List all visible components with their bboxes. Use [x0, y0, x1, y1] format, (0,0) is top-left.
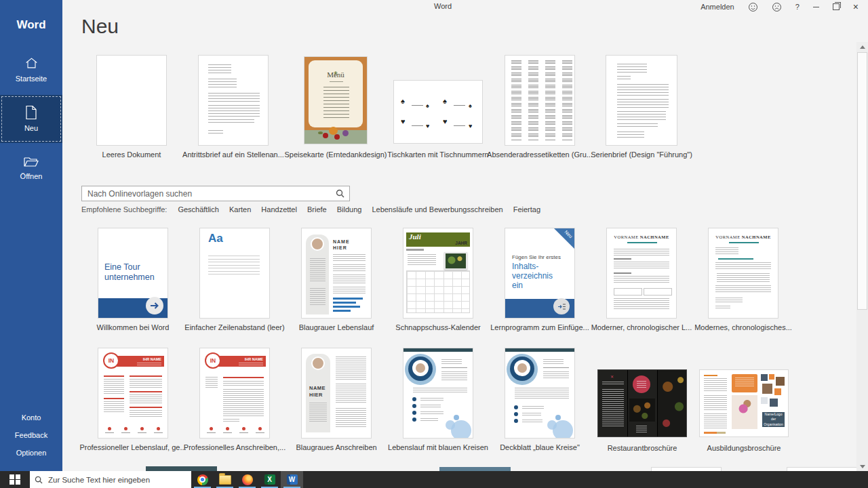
sidebar-item-neu[interactable]: Neu: [0, 95, 62, 143]
sign-in-button[interactable]: Anmelden: [694, 0, 741, 14]
suggested-searches: Empfohlene Suchbegriffe:GeschäftlichKart…: [81, 205, 551, 214]
suggestion-bildung[interactable]: Bildung: [337, 205, 362, 214]
template-tile-lebenslauf-blaue-kreise[interactable]: Lebenslauf mit blauen Kreisen: [403, 348, 473, 439]
thumbnail-art: ❀ Menü: [304, 56, 368, 144]
resume-name: NAMEHIER: [309, 385, 326, 399]
template-tile-blaugraues-anschreiben[interactable]: NAMEHIER Blaugraues Anschreiben: [301, 348, 372, 439]
sidebar-item-oeffnen[interactable]: Öffnen: [0, 147, 62, 188]
home-icon: [24, 56, 39, 70]
suggestion-feiertag[interactable]: Feiertag: [513, 205, 540, 214]
template-label: Blaugraues Anschreiben: [296, 443, 376, 451]
template-label: Speisekarte (Erntedankdesign): [284, 150, 387, 159]
start-button[interactable]: [0, 471, 30, 488]
template-tile-moderner-lebenslauf[interactable]: VORNAME NACHNAME Moderner, chronologisch…: [606, 228, 677, 319]
template-tile-blaugrauer-lebenslauf[interactable]: NAMEHIER Blaugrauer Lebenslauf: [301, 228, 372, 319]
search-icon[interactable]: [336, 189, 344, 198]
template-tile-antrittsbrief[interactable]: Antrittsbrief auf ein Stellenan...: [198, 55, 269, 146]
template-label: Einfacher Zeilenabstand (leer): [184, 323, 284, 331]
suggestion-karten[interactable]: Karten: [229, 205, 251, 214]
backstage-sidebar: Word Startseite Neu Öffnen Konto Feedbac…: [0, 0, 62, 471]
template-label: Serienbrief (Design "Führung"): [591, 150, 692, 159]
template-label: Schnappschuss-Kalender: [395, 323, 480, 331]
suggestion-handzettel[interactable]: Handzettel: [261, 205, 297, 214]
template-tile-zeilenabstand[interactable]: Aa Einfacher Zeilenabstand (leer): [199, 228, 270, 319]
sidebar-item-label: Startseite: [16, 75, 47, 83]
template-tile-prof-anschreiben[interactable]: IHR NAME IN Professionelles Anschreiben,…: [199, 348, 270, 439]
sidebar-item-startseite[interactable]: Startseite: [0, 48, 62, 91]
taskbar-search[interactable]: [30, 471, 191, 488]
word-icon: W: [287, 474, 298, 485]
file-explorer-icon: [219, 475, 231, 485]
template-label: Willkommen bei Word: [97, 323, 170, 331]
sidebar-item-label: Neu: [24, 124, 38, 132]
template-tile-etiketten[interactable]: Absenderadressetiketten (Gru...: [505, 55, 575, 146]
taskbar-search-input[interactable]: [47, 475, 186, 485]
template-tile-willkommen[interactable]: Eine Tour unternehmen Willkommen bei Wor…: [98, 228, 168, 319]
sidebar-item-optionen[interactable]: Optionen: [0, 444, 62, 462]
suggestion-lebenslaeufe[interactable]: Lebensläufe und Bewerbungsschreiben: [372, 205, 502, 214]
template-tile-deckblatt-blaue-kreise[interactable]: Deckblatt „blaue Kreise": [505, 348, 575, 439]
template-label: Deckblatt „blaue Kreise": [500, 443, 580, 451]
template-tile-ausbildungsbroschuere[interactable]: Name/Logo derOrganisation Ausbildungsbro…: [699, 369, 789, 437]
template-label: Lebenslauf mit blauen Kreisen: [388, 443, 488, 451]
help-button[interactable]: ?: [789, 0, 806, 14]
sidebar-item-konto[interactable]: Konto: [0, 409, 62, 426]
template-tile-speisekarte[interactable]: ❀ Menü Speisekarte (Erntedankdesign): [304, 56, 368, 144]
sidebar-item-feedback[interactable]: Feedback: [0, 426, 62, 444]
ihr-name-text: IHR NAME: [245, 357, 263, 361]
title-bar: Word Anmelden ? ×: [62, 0, 868, 14]
thumbnail-art: Juli JAHR: [403, 228, 473, 319]
name-header: VORNAME NACHNAME: [709, 235, 778, 239]
restore-button[interactable]: [826, 0, 846, 14]
calendar-month: Juli: [409, 232, 421, 241]
window-title: Word: [434, 2, 452, 10]
feedback-frown-icon[interactable]: [765, 0, 789, 14]
excel-icon: X: [264, 474, 275, 485]
template-tile-kalender[interactable]: Juli JAHR Schnappschuss-Kalender: [403, 228, 473, 319]
minimize-button[interactable]: [806, 0, 826, 14]
template-label: Professionelles Anschreiben,...: [184, 443, 285, 451]
taskbar-chrome-button[interactable]: [191, 471, 214, 488]
firefox-icon: [242, 474, 253, 485]
search-input[interactable]: [82, 186, 338, 201]
thumbnail-art: [505, 348, 575, 439]
taskbar-firefox-button[interactable]: [236, 471, 258, 488]
thumbnail-art: ✕: [597, 369, 687, 437]
thumbnail-art: NAMEHIER: [301, 348, 372, 439]
scroll-down-arrow[interactable]: [856, 462, 868, 471]
template-tile-leeres-dokument[interactable]: Leeres Dokument: [96, 55, 167, 146]
thumbnail-art: VORNAME NACHNAME: [708, 228, 778, 319]
feedback-smile-icon[interactable]: [741, 0, 765, 14]
aa-sample: Aa: [208, 232, 223, 245]
template-tile-serienbrief[interactable]: Serienbrief (Design "Führung"): [606, 55, 677, 146]
close-button[interactable]: ×: [846, 0, 865, 14]
arrow-right-icon: [150, 302, 159, 310]
template-label: Leeres Dokument: [102, 150, 161, 159]
name-header: VORNAME NACHNAME: [607, 235, 676, 239]
template-tile-lernprogramm[interactable]: Neu Fügen Sie Ihr erstes Inhalts-verzeic…: [505, 228, 575, 319]
thumbnail-art: Neu Fügen Sie Ihr erstes Inhalts-verzeic…: [505, 228, 575, 319]
thumbnail-art: VORNAME NACHNAME: [606, 228, 677, 319]
taskbar-explorer-button[interactable]: [214, 471, 236, 488]
template-tile-prof-lebenslauf[interactable]: IHR NAME IN Professioneller Lebenslauf, …: [98, 348, 168, 439]
template-tile-modernes-anschreiben[interactable]: VORNAME NACHNAME Modernes, chronologisch…: [708, 228, 778, 319]
welcome-text: Eine Tour unternehmen: [104, 262, 164, 283]
thumbnail-art: [96, 55, 167, 146]
template-label: Modernes, chronologisches...: [694, 323, 792, 331]
suggestion-geschaeftlich[interactable]: Geschäftlich: [178, 205, 219, 214]
template-tile-tischkarten[interactable]: ♠ ♠ ♠ ♠ ♥ ♥ ♥ ♥ Tischkarten mit Tischnum…: [393, 80, 483, 144]
thumbnail-art: ♠ ♠ ♠ ♠ ♥ ♥ ♥ ♥: [393, 80, 483, 144]
scrollbar-thumb[interactable]: [857, 52, 867, 310]
scroll-up-arrow[interactable]: [856, 42, 868, 52]
template-tile-restaurantbroschuere[interactable]: ✕ Restaurantbroschüre: [597, 369, 687, 437]
suggestion-briefe[interactable]: Briefe: [307, 205, 327, 214]
toc-title: Inhalts-verzeichnisein: [512, 262, 553, 290]
toc-intro: Fügen Sie Ihr erstes: [512, 254, 561, 260]
page-title: Neu: [81, 15, 119, 38]
taskbar-excel-button[interactable]: X: [258, 471, 281, 488]
menu-title: Menü: [304, 70, 367, 79]
template-search-box: [81, 186, 350, 201]
scrollbar[interactable]: [856, 42, 868, 471]
taskbar-word-button[interactable]: W: [281, 471, 303, 488]
restore-icon: [833, 3, 840, 10]
